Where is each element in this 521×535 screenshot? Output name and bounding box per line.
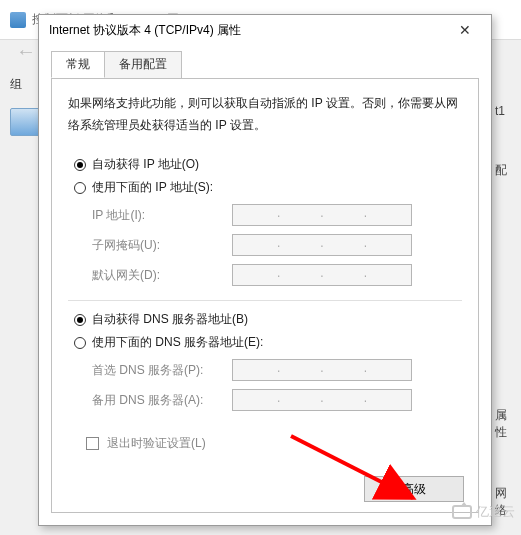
alternate-dns-label: 备用 DNS 服务器(A):	[92, 392, 232, 409]
tab-row: 常规 备用配置	[39, 45, 491, 78]
radio-manual-dns[interactable]: 使用下面的 DNS 服务器地址(E):	[74, 334, 462, 351]
ip-address-input: ...	[232, 204, 412, 226]
titlebar: Internet 协议版本 4 (TCP/IPv4) 属性 ✕	[39, 15, 491, 45]
validate-on-exit[interactable]: 退出时验证设置(L)	[86, 435, 462, 452]
right-sidebar-fragments: t1 配 属性 网络	[491, 90, 521, 533]
section-divider	[68, 300, 462, 301]
preferred-dns-label: 首选 DNS 服务器(P):	[92, 362, 232, 379]
ipv4-properties-dialog: Internet 协议版本 4 (TCP/IPv4) 属性 ✕ 常规 备用配置 …	[38, 14, 492, 526]
description-text: 如果网络支持此功能，则可以获取自动指派的 IP 设置。否则，你需要从网络系统管理…	[68, 93, 462, 136]
field-default-gateway: 默认网关(D): ...	[92, 264, 462, 286]
radio-icon	[74, 314, 86, 326]
control-panel-icon	[10, 12, 26, 28]
ip-address-label: IP 地址(I):	[92, 207, 232, 224]
watermark: 亿速云	[452, 503, 515, 521]
field-preferred-dns: 首选 DNS 服务器(P): ...	[92, 359, 462, 381]
close-button[interactable]: ✕	[445, 18, 485, 42]
dialog-title: Internet 协议版本 4 (TCP/IPv4) 属性	[49, 22, 445, 39]
radio-icon	[74, 159, 86, 171]
field-subnet-mask: 子网掩码(U): ...	[92, 234, 462, 256]
alternate-dns-input: ...	[232, 389, 412, 411]
radio-icon	[74, 182, 86, 194]
radio-manual-dns-label: 使用下面的 DNS 服务器地址(E):	[92, 334, 263, 351]
radio-auto-ip-label: 自动获得 IP 地址(O)	[92, 156, 199, 173]
watermark-icon	[452, 505, 472, 519]
radio-manual-ip-label: 使用下面的 IP 地址(S):	[92, 179, 213, 196]
preferred-dns-input: ...	[232, 359, 412, 381]
subnet-mask-input: ...	[232, 234, 412, 256]
radio-manual-ip[interactable]: 使用下面的 IP 地址(S):	[74, 179, 462, 196]
watermark-text: 亿速云	[476, 503, 515, 521]
tab-general[interactable]: 常规	[51, 51, 105, 78]
back-arrow-icon: ←	[16, 40, 36, 62]
field-alternate-dns: 备用 DNS 服务器(A): ...	[92, 389, 462, 411]
checkbox-icon	[86, 437, 99, 450]
field-ip-address: IP 地址(I): ...	[92, 204, 462, 226]
advanced-button[interactable]: 高级	[364, 476, 464, 502]
validate-on-exit-label: 退出时验证设置(L)	[107, 435, 206, 452]
radio-icon	[74, 337, 86, 349]
back-button[interactable]: ←	[16, 40, 36, 63]
default-gateway-input: ...	[232, 264, 412, 286]
tab-alternate[interactable]: 备用配置	[104, 51, 182, 78]
radio-auto-dns-label: 自动获得 DNS 服务器地址(B)	[92, 311, 248, 328]
radio-auto-dns[interactable]: 自动获得 DNS 服务器地址(B)	[74, 311, 462, 328]
tab-pane-general: 如果网络支持此功能，则可以获取自动指派的 IP 设置。否则，你需要从网络系统管理…	[51, 78, 479, 513]
subnet-mask-label: 子网掩码(U):	[92, 237, 232, 254]
radio-auto-ip[interactable]: 自动获得 IP 地址(O)	[74, 156, 462, 173]
group-label: 组	[10, 76, 22, 93]
close-icon: ✕	[459, 22, 471, 38]
default-gateway-label: 默认网关(D):	[92, 267, 232, 284]
